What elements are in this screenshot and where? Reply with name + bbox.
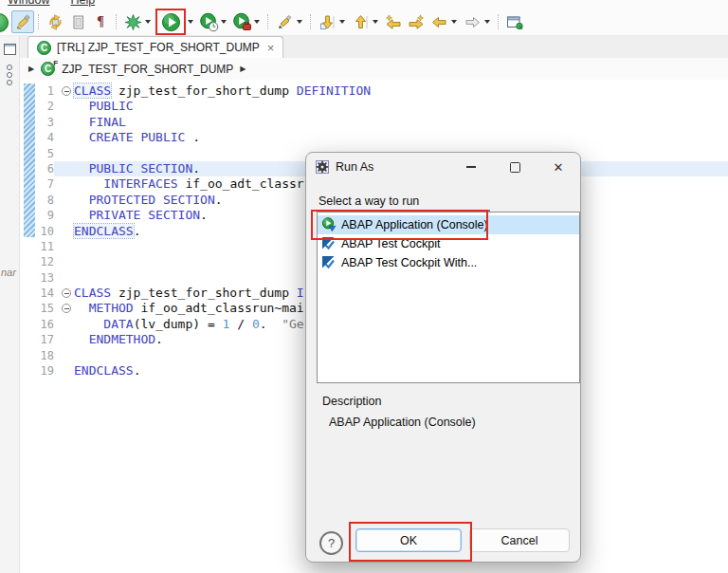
coverage-icon[interactable]	[197, 10, 220, 33]
code-text: METHOD if_oo_adt_classrun~mai	[74, 301, 304, 316]
fold-gutter	[59, 332, 74, 347]
abap-test-cockpit-icon	[321, 255, 337, 270]
restore-view-icon[interactable]	[4, 44, 16, 55]
outline-view-icon[interactable]	[0, 65, 19, 85]
fold-collapse-icon[interactable]	[59, 83, 74, 99]
close-button[interactable]: ✕	[537, 153, 580, 181]
menu-bar: WindowHelp	[0, 0, 728, 9]
toolbar-separator	[38, 14, 40, 29]
coverage-dropdown[interactable]	[221, 20, 227, 24]
tab-close-icon[interactable]: ×	[267, 41, 275, 55]
line-number: 12	[20, 254, 59, 269]
fold-collapse-icon[interactable]	[59, 286, 74, 301]
cancel-button[interactable]: Cancel	[469, 528, 570, 552]
link-with-editor-icon[interactable]	[44, 10, 66, 33]
line-number: 19	[20, 363, 59, 379]
line-number: 11	[20, 239, 59, 254]
breadcrumb-item[interactable]: ZJP_TEST_FOR_SHORT_DUMP	[62, 63, 233, 76]
next-annotation-icon[interactable]	[316, 10, 338, 33]
last-edit-location-icon[interactable]	[382, 10, 405, 33]
pen-dropdown[interactable]	[297, 20, 302, 24]
code-line[interactable]: 3 FINAL	[20, 115, 728, 130]
fold-gutter	[59, 115, 74, 130]
fold-gutter	[59, 254, 74, 269]
minimize-button[interactable]	[449, 153, 493, 181]
run-mode-item[interactable]: ABAP Test Cockpit With...	[318, 253, 579, 272]
minimized-view-bar	[0, 36, 20, 573]
next-annotation-dropdown[interactable]	[339, 20, 345, 24]
back-dropdown[interactable]	[451, 20, 457, 24]
debug-icon[interactable]	[121, 10, 144, 33]
code-text: INTERFACES if_oo_adt_classr	[74, 176, 304, 192]
description-label: Description	[322, 395, 382, 408]
line-number: 4	[20, 130, 59, 145]
code-text: DATA(lv_dump) = 1 / 0. "Ge	[74, 317, 304, 332]
run-mode-item-label: ABAP Test Cockpit With...	[341, 256, 477, 269]
line-number: 2	[20, 99, 59, 114]
dialog-titlebar[interactable]: Run As ✕	[306, 153, 580, 181]
show-whitespace-icon[interactable]: ¶	[89, 10, 112, 33]
annotation-box	[155, 9, 186, 35]
maximize-button[interactable]	[493, 153, 537, 181]
run-dropdown[interactable]	[188, 20, 193, 24]
main-toolbar: ¶	[0, 9, 728, 36]
code-line[interactable]: 1CLASS zjp_test_for_short_dump DEFINITIO…	[20, 83, 728, 99]
next-edit-location-icon[interactable]	[405, 10, 428, 33]
code-text: PUBLIC SECTION.	[74, 161, 200, 176]
minimize-icon	[466, 166, 476, 167]
back-icon[interactable]	[428, 10, 450, 33]
breadcrumb-expand-icon[interactable]: ▶	[28, 65, 34, 73]
breadcrumb-next-icon[interactable]: ▶	[240, 65, 246, 73]
fold-collapse-icon[interactable]	[59, 301, 74, 316]
line-number: 10	[20, 224, 59, 239]
line-number: 9	[20, 208, 59, 223]
external-tools-dropdown[interactable]	[254, 20, 260, 24]
code-text: ENDCLASS.	[74, 224, 140, 239]
code-text: CLASS zjp_test_for_short_dump DEFINITION	[74, 83, 371, 99]
line-number: 8	[20, 193, 59, 208]
abap-class-icon: C	[37, 41, 51, 55]
fold-gutter	[59, 161, 74, 176]
forward-dropdown[interactable]	[484, 20, 490, 24]
debug-dropdown[interactable]	[145, 20, 151, 24]
new-wizard-partial-icon	[0, 10, 11, 33]
code-text: PROTECTED SECTION.	[74, 193, 223, 208]
code-text: PRIVATE SECTION.	[74, 208, 208, 223]
fold-gutter	[59, 317, 74, 332]
previous-annotation-icon[interactable]	[349, 10, 372, 33]
highlight-toggle-icon[interactable]	[11, 10, 34, 33]
editor-tab[interactable]: C [TRL] ZJP_TEST_FOR_SHORT_DUMP ×	[27, 36, 283, 58]
pin-editor-icon[interactable]	[503, 10, 526, 33]
menu-item-window[interactable]: Window	[8, 0, 49, 7]
fold-gutter	[59, 193, 74, 208]
final-decorator: F	[53, 59, 58, 67]
code-line[interactable]: 4 CREATE PUBLIC .	[20, 130, 728, 145]
fold-gutter	[59, 270, 74, 286]
line-number: 16	[20, 317, 59, 332]
show-source-icon[interactable]	[66, 10, 89, 33]
dialog-title: Run As	[336, 160, 373, 174]
code-text: ENDMETHOD.	[74, 332, 163, 347]
code-line[interactable]: 2 PUBLIC	[20, 99, 728, 114]
annotation-pen-icon[interactable]	[273, 10, 296, 33]
annotation-ok-button	[349, 522, 472, 562]
run-icon[interactable]	[159, 10, 182, 33]
fold-gutter	[59, 363, 74, 379]
line-number: 1	[20, 83, 59, 99]
previous-annotation-dropdown[interactable]	[373, 20, 378, 24]
line-number: 17	[20, 332, 59, 347]
code-text: PUBLIC	[74, 99, 134, 114]
help-button[interactable]: ?	[319, 531, 343, 555]
forward-icon[interactable]	[461, 10, 483, 33]
line-number: 18	[20, 348, 59, 363]
line-number: 13	[20, 270, 59, 286]
line-number: 14	[20, 286, 59, 301]
fold-gutter	[59, 99, 74, 114]
maximize-icon	[510, 162, 520, 173]
fold-gutter	[59, 130, 74, 145]
code-text: CREATE PUBLIC .	[74, 130, 200, 145]
stray-text-artifact: nar	[1, 267, 16, 278]
menu-item-help[interactable]: Help	[70, 0, 95, 7]
external-tools-icon[interactable]	[230, 10, 253, 33]
editor-tab-strip: C [TRL] ZJP_TEST_FOR_SHORT_DUMP ×	[20, 36, 728, 59]
